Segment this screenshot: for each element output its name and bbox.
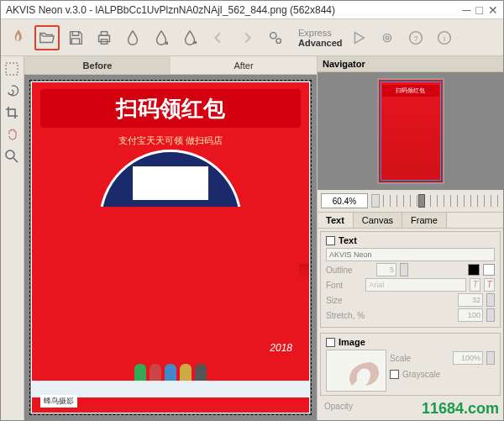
play-icon bbox=[349, 29, 368, 47]
info-button[interactable]: i bbox=[432, 25, 457, 50]
smudge-tool[interactable] bbox=[3, 82, 21, 100]
droplet-down-icon bbox=[152, 29, 171, 47]
selection-marquee[interactable] bbox=[29, 80, 312, 415]
gear-icon bbox=[378, 29, 396, 47]
stretch-value[interactable] bbox=[458, 308, 483, 322]
tab-text[interactable]: Text bbox=[318, 213, 354, 228]
redo-button[interactable] bbox=[234, 25, 260, 50]
crop-icon bbox=[4, 105, 19, 120]
zoom-input[interactable] bbox=[321, 193, 368, 208]
droplet-up-icon bbox=[181, 29, 199, 47]
logo-button[interactable] bbox=[6, 25, 31, 50]
close-button[interactable]: ✕ bbox=[488, 3, 498, 17]
size-spinner[interactable] bbox=[486, 293, 495, 307]
stretch-spinner[interactable] bbox=[486, 308, 495, 322]
bold-button[interactable]: T bbox=[484, 278, 495, 292]
navigator-thumbnail[interactable]: 扫码领红包 bbox=[377, 78, 444, 184]
zoom-slider-thumb[interactable] bbox=[418, 194, 425, 208]
tab-after[interactable]: After bbox=[171, 56, 317, 74]
outline-label: Outline bbox=[326, 266, 373, 275]
mode-switch[interactable]: Express Advanced bbox=[298, 28, 343, 48]
hand-tool[interactable] bbox=[3, 125, 21, 144]
title-bar: AKVIS Neon v.3.0 - lALPBbCc1UvPlznNA0zNA… bbox=[1, 1, 503, 19]
flame-icon bbox=[9, 29, 28, 47]
akvis-logo-icon bbox=[345, 355, 382, 389]
outline-value[interactable] bbox=[376, 263, 396, 276]
tab-before[interactable]: Before bbox=[24, 56, 171, 74]
property-tabs: Text Canvas Frame bbox=[318, 213, 503, 229]
watermark-preview[interactable] bbox=[326, 350, 386, 392]
outline-spinner[interactable] bbox=[400, 263, 408, 276]
tab-canvas[interactable]: Canvas bbox=[354, 213, 402, 228]
save-button[interactable] bbox=[63, 25, 88, 50]
text-section-header: Text bbox=[326, 235, 495, 245]
image-enable-checkbox[interactable] bbox=[326, 338, 335, 347]
scale-value[interactable] bbox=[453, 351, 483, 365]
crop-tool[interactable] bbox=[3, 103, 21, 122]
droplet-icon bbox=[123, 29, 142, 47]
droplet-export-button[interactable] bbox=[177, 25, 202, 50]
help-icon: ? bbox=[407, 29, 425, 47]
navigator-title: Navigator bbox=[318, 56, 503, 72]
save-icon bbox=[66, 29, 85, 47]
grayscale-label: Grayscale bbox=[402, 370, 440, 379]
left-toolbar bbox=[1, 56, 24, 420]
svg-point-4 bbox=[276, 38, 281, 42]
mode-advanced[interactable]: Advanced bbox=[298, 38, 343, 48]
svg-rect-1 bbox=[101, 31, 107, 35]
window-buttons: ─ □ ✕ bbox=[463, 3, 498, 17]
text-header-label: Text bbox=[339, 235, 357, 245]
zoom-slider[interactable] bbox=[383, 195, 500, 207]
view-tabs: Before After bbox=[24, 56, 317, 75]
run-button[interactable] bbox=[346, 25, 371, 50]
gears-icon bbox=[266, 29, 285, 47]
preview-window-tool[interactable] bbox=[3, 60, 21, 78]
svg-point-6 bbox=[386, 36, 389, 39]
undo-button[interactable] bbox=[206, 25, 231, 50]
outline-color-swatch[interactable] bbox=[483, 264, 495, 276]
zoom-spinner[interactable] bbox=[371, 194, 380, 208]
main-body: Before After 扫码领红包 支付宝天天可领 做扫码店 2018 蜂鸟摄… bbox=[1, 56, 503, 420]
canvas-viewport[interactable]: 扫码领红包 支付宝天天可领 做扫码店 2018 蜂鸟摄影 bbox=[24, 75, 317, 420]
tab-frame[interactable]: Frame bbox=[402, 213, 447, 228]
svg-rect-0 bbox=[99, 35, 110, 41]
main-toolbar: Express Advanced ? i bbox=[1, 19, 503, 56]
minimize-button[interactable]: ─ bbox=[463, 3, 471, 17]
svg-text:?: ? bbox=[413, 34, 417, 42]
batch-button[interactable] bbox=[263, 25, 288, 50]
italic-button[interactable]: T bbox=[470, 278, 480, 292]
print-button[interactable] bbox=[92, 25, 117, 50]
text-input[interactable] bbox=[326, 248, 495, 261]
image-header-label: Image bbox=[339, 337, 365, 347]
opacity-label: Opacity bbox=[324, 402, 353, 411]
text-color-swatch[interactable] bbox=[468, 264, 480, 276]
mode-express[interactable]: Express bbox=[298, 28, 343, 38]
text-enable-checkbox[interactable] bbox=[326, 236, 335, 245]
dashed-rect-icon bbox=[4, 61, 19, 76]
magnifier-icon bbox=[4, 149, 19, 164]
open-button[interactable] bbox=[34, 25, 60, 50]
window-title: AKVIS Neon v.3.0 - lALPBbCc1UvPlznNA0zNA… bbox=[6, 4, 463, 16]
canvas-area: Before After 扫码领红包 支付宝天天可领 做扫码店 2018 蜂鸟摄… bbox=[24, 56, 317, 420]
scale-label: Scale bbox=[390, 354, 411, 363]
spiral-icon bbox=[4, 83, 19, 98]
grayscale-checkbox[interactable] bbox=[390, 370, 399, 379]
app-window: AKVIS Neon v.3.0 - lALPBbCc1UvPlznNA0zNA… bbox=[0, 0, 504, 421]
droplet-import-button[interactable] bbox=[149, 25, 174, 50]
help-button[interactable]: ? bbox=[403, 25, 428, 50]
maximize-button[interactable]: □ bbox=[476, 3, 483, 17]
size-value[interactable] bbox=[458, 293, 483, 307]
watermark-text: 11684.com bbox=[422, 400, 499, 418]
image-section: Image Scale bbox=[320, 333, 501, 396]
svg-point-5 bbox=[383, 34, 391, 41]
arrow-left-icon bbox=[209, 29, 228, 47]
nav-selection-box[interactable] bbox=[381, 82, 441, 181]
droplet-1-button[interactable] bbox=[120, 25, 145, 50]
scale-spinner[interactable] bbox=[486, 351, 495, 365]
settings-button[interactable] bbox=[375, 25, 400, 50]
font-select[interactable] bbox=[365, 278, 466, 292]
navigator-preview[interactable]: 扫码领红包 bbox=[318, 72, 503, 190]
zoom-tool[interactable] bbox=[3, 147, 21, 166]
text-section: Text Outline Font T T bbox=[320, 231, 501, 328]
size-label: Size bbox=[326, 296, 373, 305]
